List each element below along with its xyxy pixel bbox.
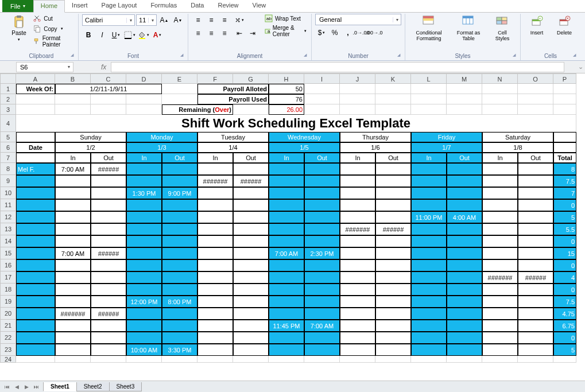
shift-in[interactable]: 11:00 PM	[411, 211, 447, 223]
shift-out[interactable]	[233, 344, 269, 356]
shift-out[interactable]	[518, 284, 553, 296]
out-header[interactable]: Out	[162, 153, 197, 163]
day-header[interactable]: Sunday	[55, 132, 126, 142]
tab-data[interactable]: Data	[184, 0, 211, 12]
cell[interactable]: Payroll Used	[197, 94, 269, 104]
formula-expand-button[interactable]: ⌄	[576, 63, 585, 71]
employee-name[interactable]	[16, 235, 55, 247]
shift-out[interactable]	[233, 284, 269, 296]
shift-out[interactable]	[162, 175, 197, 187]
shift-out[interactable]: 7:00 AM	[304, 320, 340, 332]
total-hours[interactable]: 8	[553, 163, 576, 175]
shift-out[interactable]	[447, 235, 482, 247]
shift-in[interactable]	[482, 344, 518, 356]
row-header[interactable]: 4	[0, 115, 16, 132]
cell[interactable]	[233, 104, 269, 115]
employee-name[interactable]	[16, 187, 55, 199]
shift-out[interactable]: ######	[91, 308, 126, 320]
shift-out[interactable]	[375, 235, 411, 247]
sheet-tab[interactable]: Sheet2	[76, 382, 110, 391]
cell[interactable]	[411, 84, 447, 94]
row-header[interactable]: 3	[0, 104, 16, 115]
tab-formulas[interactable]: Formulas	[144, 0, 184, 12]
shift-out[interactable]	[447, 308, 482, 320]
shift-in[interactable]	[126, 175, 162, 187]
cell[interactable]	[126, 356, 162, 363]
align-left-button[interactable]: ≡	[192, 27, 204, 40]
shift-out[interactable]	[91, 187, 126, 199]
shift-in[interactable]	[482, 163, 518, 175]
cell[interactable]	[91, 356, 126, 363]
shift-in[interactable]	[197, 187, 233, 199]
shift-in[interactable]	[269, 332, 304, 344]
shift-in[interactable]	[340, 284, 375, 296]
shift-in[interactable]	[197, 235, 233, 247]
shift-out[interactable]	[447, 320, 482, 332]
cell[interactable]	[447, 104, 482, 115]
column-header[interactable]: P	[553, 73, 576, 84]
shift-in[interactable]	[269, 175, 304, 187]
employee-name[interactable]: Mel F.	[16, 163, 55, 175]
percent-format-button[interactable]: %	[328, 26, 341, 39]
shift-in[interactable]	[55, 332, 91, 344]
shift-in[interactable]	[482, 175, 518, 187]
row-header[interactable]: 23	[0, 344, 16, 356]
shift-in[interactable]	[126, 259, 162, 271]
cell[interactable]	[16, 132, 55, 142]
total-hours[interactable]: 4	[553, 271, 576, 284]
shift-in[interactable]	[197, 308, 233, 320]
format-as-table-button[interactable]: Format as Table	[451, 14, 486, 42]
shift-out[interactable]	[304, 284, 340, 296]
cell[interactable]: Week Of:	[16, 84, 55, 94]
column-header[interactable]: D	[126, 73, 162, 84]
underline-button[interactable]: U	[110, 29, 122, 41]
column-header[interactable]: M	[447, 73, 482, 84]
shift-out[interactable]: ######	[91, 163, 126, 175]
shift-in[interactable]	[197, 199, 233, 211]
increase-indent-button[interactable]: ⇥	[246, 27, 259, 40]
column-header[interactable]: E	[162, 73, 197, 84]
shift-in[interactable]	[126, 284, 162, 296]
shift-in[interactable]: 7:00 AM	[55, 163, 91, 175]
shift-in[interactable]: #######	[55, 308, 91, 320]
shift-in[interactable]	[411, 187, 447, 199]
shift-out[interactable]	[233, 271, 269, 284]
cell[interactable]	[411, 104, 447, 115]
shift-out[interactable]	[447, 163, 482, 175]
cell[interactable]	[518, 94, 553, 104]
shift-out[interactable]	[375, 175, 411, 187]
shift-out[interactable]	[304, 296, 340, 308]
shift-in[interactable]	[411, 296, 447, 308]
employee-name[interactable]	[16, 199, 55, 211]
cell[interactable]	[411, 356, 447, 363]
cell[interactable]	[162, 84, 197, 94]
shift-out[interactable]	[304, 187, 340, 199]
shift-out[interactable]	[375, 344, 411, 356]
in-header[interactable]: In	[55, 153, 91, 163]
employee-name[interactable]	[16, 259, 55, 271]
shift-in[interactable]	[126, 332, 162, 344]
shift-out[interactable]	[375, 332, 411, 344]
sheet-nav-last[interactable]: ⏭	[32, 384, 41, 390]
cell[interactable]	[55, 94, 91, 104]
wrap-text-button[interactable]: abWrap Text	[264, 14, 308, 23]
shift-out[interactable]	[162, 332, 197, 344]
shift-out[interactable]	[518, 332, 553, 344]
shift-in[interactable]	[55, 211, 91, 223]
align-top-button[interactable]: ≡	[192, 14, 204, 26]
date-header[interactable]: 1/3	[126, 142, 197, 153]
shift-in[interactable]	[482, 235, 518, 247]
row-header[interactable]: 9	[0, 175, 16, 187]
cell[interactable]	[375, 94, 411, 104]
cell[interactable]	[233, 356, 269, 363]
shift-out[interactable]	[304, 332, 340, 344]
file-tab[interactable]: File	[2, 0, 33, 12]
shift-in[interactable]	[482, 332, 518, 344]
employee-name[interactable]	[16, 320, 55, 332]
cell[interactable]	[304, 94, 340, 104]
date-header[interactable]: 1/5	[269, 142, 340, 153]
shift-out[interactable]	[447, 199, 482, 211]
shift-out[interactable]	[162, 247, 197, 259]
total-hours[interactable]: 0	[553, 284, 576, 296]
shift-in[interactable]	[55, 259, 91, 271]
